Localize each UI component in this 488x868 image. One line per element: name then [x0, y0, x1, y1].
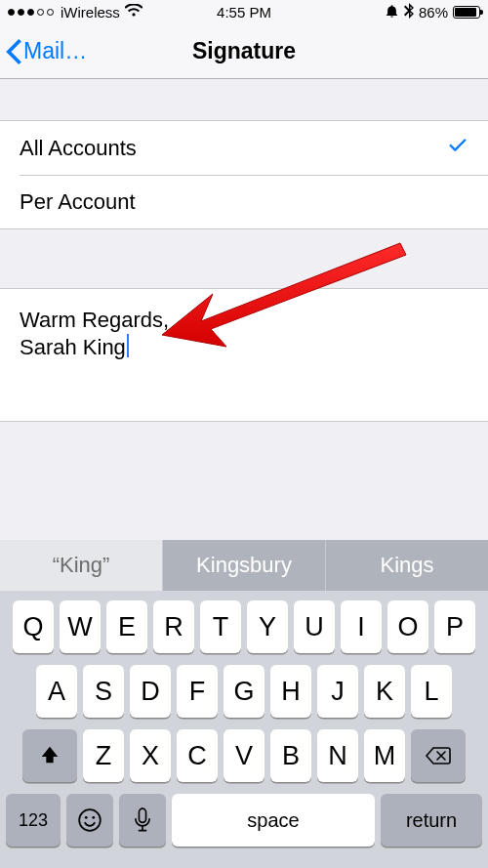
page-title: Signature: [192, 38, 296, 64]
suggestion-2[interactable]: Kingsbury: [163, 540, 326, 591]
key-m[interactable]: M: [364, 729, 405, 782]
key-d[interactable]: D: [130, 665, 171, 718]
key-h[interactable]: H: [270, 665, 311, 718]
key-p[interactable]: P: [434, 600, 475, 653]
suggestion-3[interactable]: Kings: [326, 540, 488, 591]
nav-bar: Mail… Signature: [0, 24, 488, 79]
back-button[interactable]: Mail…: [6, 24, 87, 78]
key-n[interactable]: N: [317, 729, 358, 782]
key-i[interactable]: I: [341, 600, 382, 653]
key-w[interactable]: W: [60, 600, 101, 653]
signature-editor[interactable]: Warm Regards, Sarah King: [0, 288, 488, 422]
key-c[interactable]: C: [177, 729, 218, 782]
text-caret: [127, 334, 129, 357]
key-dictation[interactable]: [119, 794, 166, 847]
status-right: 86%: [385, 3, 480, 21]
backspace-icon: [425, 746, 452, 765]
microphone-icon: [134, 807, 151, 833]
key-backspace[interactable]: [411, 729, 466, 782]
key-q[interactable]: Q: [13, 600, 54, 653]
key-t[interactable]: T: [200, 600, 241, 653]
key-numeric[interactable]: 123: [6, 794, 61, 847]
key-return[interactable]: return: [381, 794, 482, 847]
key-r[interactable]: R: [153, 600, 194, 653]
key-row-1: Q W E R T Y U I O P: [6, 600, 482, 653]
option-per-account[interactable]: Per Account: [20, 175, 488, 228]
key-g[interactable]: G: [224, 665, 264, 718]
chevron-left-icon: [6, 39, 21, 64]
key-space[interactable]: space: [172, 794, 375, 847]
emoji-icon: [77, 807, 102, 833]
key-a[interactable]: A: [36, 665, 77, 718]
key-x[interactable]: X: [130, 729, 171, 782]
keyboard: “King” Kingsbury Kings Q W E R T Y U I O…: [0, 540, 488, 868]
back-label: Mail…: [23, 38, 87, 64]
key-o[interactable]: O: [387, 600, 428, 653]
key-k[interactable]: K: [364, 665, 405, 718]
wifi-icon: [125, 4, 142, 21]
status-bar: iWireless 4:55 PM 86%: [0, 0, 488, 24]
carrier-label: iWireless: [61, 4, 120, 21]
battery-icon: [453, 6, 480, 19]
svg-point-0: [79, 809, 101, 831]
key-e[interactable]: E: [106, 600, 147, 653]
signal-strength-icon: [8, 9, 54, 16]
key-row-4: 123 space return: [6, 794, 482, 847]
option-label: Per Account: [20, 189, 136, 215]
svg-point-1: [85, 816, 88, 819]
bluetooth-icon: [404, 3, 414, 21]
key-s[interactable]: S: [83, 665, 124, 718]
key-j[interactable]: J: [317, 665, 358, 718]
signature-text: Warm Regards, Sarah King: [20, 307, 468, 360]
alarm-icon: [385, 4, 399, 21]
option-all-accounts[interactable]: All Accounts: [0, 121, 488, 175]
key-u[interactable]: U: [294, 600, 335, 653]
key-f[interactable]: F: [177, 665, 218, 718]
option-label: All Accounts: [20, 136, 137, 161]
suggestion-1[interactable]: “King”: [0, 540, 163, 591]
checkmark-icon: [447, 135, 468, 162]
svg-rect-3: [139, 808, 145, 822]
shift-icon: [39, 745, 61, 766]
key-b[interactable]: B: [270, 729, 311, 782]
key-z[interactable]: Z: [83, 729, 124, 782]
key-v[interactable]: V: [224, 729, 264, 782]
svg-point-2: [92, 816, 95, 819]
key-l[interactable]: L: [411, 665, 452, 718]
key-row-2: A S D F G H J K L: [6, 665, 482, 718]
suggestion-bar: “King” Kingsbury Kings: [0, 540, 488, 591]
battery-pct: 86%: [419, 4, 448, 21]
key-shift[interactable]: [22, 729, 77, 782]
key-emoji[interactable]: [66, 794, 113, 847]
key-row-3: Z X C V B N M: [6, 729, 482, 782]
scope-group: All Accounts Per Account: [0, 120, 488, 229]
key-y[interactable]: Y: [247, 600, 288, 653]
status-left: iWireless: [8, 4, 142, 21]
